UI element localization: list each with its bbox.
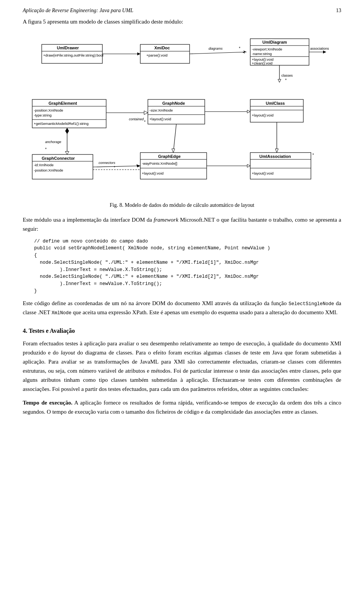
svg-text:contained: contained (129, 117, 144, 121)
code-block: // define um novo conteúdo do campo dado… (34, 238, 341, 295)
svg-text:+clean():void: +clean():void (252, 61, 273, 65)
svg-marker-56 (65, 128, 69, 134)
svg-text:*: * (312, 153, 314, 157)
svg-marker-84 (275, 149, 278, 153)
svg-text:associations: associations (310, 47, 329, 50)
svg-marker-19 (242, 50, 246, 54)
svg-text:-id:XmlNode: -id:XmlNode (34, 163, 53, 167)
svg-text:-position:XmlNode: -position:XmlNode (34, 108, 63, 112)
bold-term-tempo: Tempo de execução. (23, 400, 72, 406)
svg-text:+draw(inFile:string,outFile:st: +draw(inFile:string,outFile:string):bool (43, 53, 104, 57)
inline-code-1: SelectSingleNode (289, 301, 334, 307)
intro-text: A figura 5 apresenta um modelo de classe… (23, 17, 341, 26)
svg-marker-80 (247, 164, 250, 167)
svg-text:UmlDiagram: UmlDiagram (262, 40, 287, 44)
svg-text:-position:XmlNode: -position:XmlNode (34, 168, 63, 172)
code-line-4: node.SelectSingleNode( "./UML:" + elemen… (34, 259, 341, 266)
svg-marker-82 (172, 149, 175, 153)
section-4-paragraph-2: Tempo de execução. A aplicação fornece o… (23, 398, 341, 416)
svg-marker-78 (136, 164, 140, 167)
svg-text:GraphEdge: GraphEdge (158, 154, 180, 159)
section-4-paragraph-1: Foram efectuados testes à aplicação para… (23, 339, 341, 394)
header-title: Aplicação de Reverse Engineering: Java p… (23, 8, 133, 14)
fig-caption: Fig. 8. Modelo de dados do módulo de cál… (23, 202, 341, 208)
section-4-heading: 4. Testes e Avaliação (23, 328, 341, 334)
svg-text:+layout():void: +layout():void (252, 113, 273, 117)
svg-text:diagrams: diagrams (209, 47, 223, 50)
svg-marker-23 (278, 79, 281, 82)
page-header: Aplicação de Reverse Engineering: Java p… (23, 8, 341, 14)
svg-text:-wayPoints:XmlNode[]: -wayPoints:XmlNode[] (142, 161, 177, 165)
svg-text:+parse():void: +parse():void (146, 53, 168, 57)
inline-code-2: XmlNode (52, 310, 72, 316)
svg-line-77 (93, 166, 140, 167)
svg-text:-size:XmlNode: -size:XmlNode (149, 108, 173, 112)
svg-line-81 (173, 124, 176, 153)
svg-text:GraphConnector: GraphConnector (42, 156, 75, 161)
code-line-5: ).InnerText = newValue.X.ToString(); (34, 266, 341, 274)
svg-marker-50 (247, 110, 250, 113)
svg-text:UmlAssociation: UmlAssociation (259, 154, 291, 159)
svg-text:connectors: connectors (99, 161, 116, 165)
code-line-3: { (34, 252, 341, 259)
svg-text:UmlDrawer: UmlDrawer (57, 46, 79, 50)
svg-text:+layout():void: +layout():void (142, 171, 163, 175)
code-line-8: } (34, 288, 341, 295)
svg-text:+layout():void: +layout():void (149, 117, 171, 121)
code-line-6: node.SelectSingleNode( "./UML:" + elemen… (34, 273, 341, 280)
svg-text:-viewport:XmlNode: -viewport:XmlNode (252, 47, 282, 51)
svg-text:anchorage: anchorage (45, 140, 61, 144)
code-line-1: // define um novo conteúdo do campo dado (34, 238, 341, 245)
svg-text:-type:string: -type:string (34, 113, 52, 117)
svg-text:+layout():void: +layout():void (252, 171, 273, 175)
body-paragraph-1: Este módulo usa a implementação da inter… (23, 215, 341, 233)
code-line-2: public void setGraphNodeElement( XmlNode… (34, 245, 341, 252)
svg-text:UmlClass: UmlClass (266, 101, 285, 106)
svg-marker-48 (144, 111, 148, 115)
svg-text:*: * (239, 46, 240, 50)
code-line-7: ).InnerText = newValue.Y.ToString(); (34, 280, 341, 288)
svg-text:GraphNode: GraphNode (162, 101, 185, 106)
svg-text:+getSemanticModelIdRef1():stri: +getSemanticModelIdRef1():string (34, 121, 88, 126)
svg-text:GraphElement: GraphElement (49, 101, 77, 106)
svg-marker-27 (323, 50, 326, 54)
svg-text:*: * (144, 120, 146, 124)
svg-line-18 (190, 52, 246, 54)
svg-text:*: * (114, 165, 115, 170)
svg-marker-57 (65, 151, 69, 154)
svg-text:-name:string: -name:string (252, 52, 272, 56)
page-number: 13 (336, 8, 341, 14)
uml-diagram: UmlDrawer +draw(inFile:string,outFile:st… (23, 33, 341, 196)
svg-marker-17 (137, 52, 140, 55)
svg-text:*: * (285, 78, 287, 82)
svg-text:*: * (45, 147, 47, 151)
svg-text:XmiDoc: XmiDoc (154, 46, 170, 50)
body-paragraph-2: Este código define as coordenadas de um … (23, 299, 341, 317)
svg-text:classes: classes (281, 74, 293, 77)
